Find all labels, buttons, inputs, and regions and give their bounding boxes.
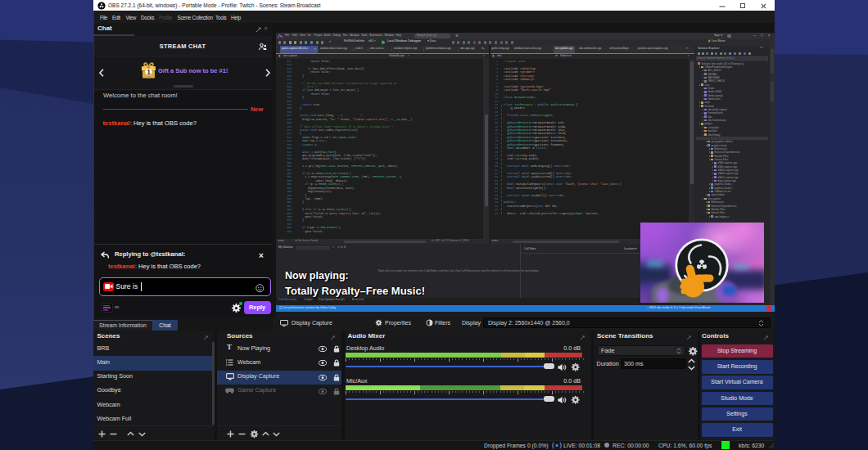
svg-text:1: 1 — [147, 68, 151, 76]
